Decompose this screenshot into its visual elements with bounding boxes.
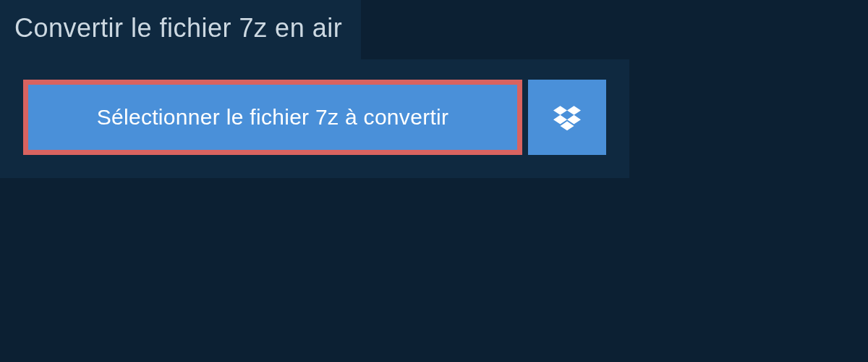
- select-file-button-label: Sélectionner le fichier 7z à convertir: [97, 105, 449, 130]
- page-title: Convertir le fichier 7z en air: [14, 13, 342, 43]
- converter-panel: Convertir le fichier 7z en air Sélection…: [0, 0, 868, 178]
- heading-wrapper: Convertir le fichier 7z en air: [0, 0, 361, 59]
- button-panel: Sélectionner le fichier 7z à convertir: [0, 59, 629, 178]
- dropbox-button[interactable]: [528, 80, 606, 155]
- dropbox-icon: [553, 104, 581, 131]
- select-file-button[interactable]: Sélectionner le fichier 7z à convertir: [23, 80, 522, 155]
